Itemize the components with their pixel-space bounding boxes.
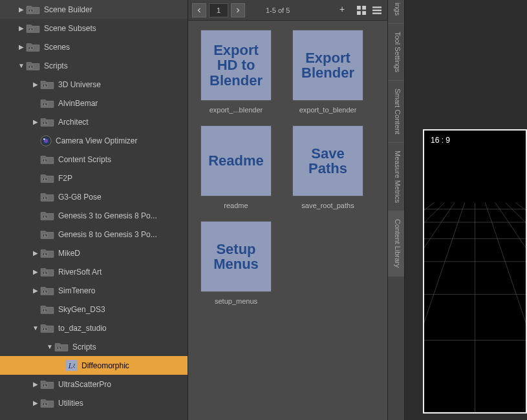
folder-icon: s [40,398,54,408]
thumbnail-label: readme [224,202,248,209]
folder-icon: s [26,5,40,15]
tree-item[interactable]: ▶sContent Scripts [0,150,188,169]
tree-item[interactable]: ▶sGenesis 3 to Genesis 8 Po... [0,206,188,225]
tree-item-label: SkyGen_DS3 [58,305,105,314]
thumbnail[interactable]: Setup Menussetup_menus [197,221,275,305]
side-tab[interactable]: Smart Content [388,81,404,143]
disclosure-arrow-icon[interactable]: ▶ [31,231,40,238]
next-page-button[interactable] [231,3,245,17]
tree-item-label: AlvinBemar [58,99,98,108]
tree-item-label: Diffeomorphic [81,361,129,370]
disclosure-arrow-icon[interactable]: ▶ [31,306,40,313]
folder-icon: s [26,23,40,34]
grid-view-icon[interactable] [355,4,368,17]
tree-item-label: Camera View Optimizer [56,136,137,145]
folder-icon: s [40,117,54,127]
thumbnail[interactable]: Readmereadme [197,125,275,209]
disclosure-arrow-icon[interactable]: ▶ [31,399,40,406]
tree-item-label: Utilities [58,399,83,408]
tree-item-label: Scene Subsets [44,24,96,33]
side-tab[interactable]: Content Library [388,211,404,276]
folder-tree[interactable]: ▶sScene Builder▶sScene Subsets▶sScenes▼s… [0,0,188,420]
prev-page-button[interactable] [192,3,206,17]
folder-icon: s [40,154,54,165]
svg-rect-49 [372,9,382,10]
disclosure-arrow-icon[interactable]: ▼ [17,62,26,69]
tree-item[interactable]: ▶sArchitect [0,112,188,131]
thumbnail-preview[interactable]: Save Paths [292,125,363,196]
tree-item[interactable]: ▶Camera View Optimizer [0,131,188,150]
folder-icon: s [40,267,54,277]
page-number-input[interactable] [209,3,228,17]
thumbnail-preview[interactable]: Readme [200,125,272,196]
tree-item-label: G3-G8 Pose [58,193,102,202]
viewport[interactable]: 16 : 9 [423,129,527,414]
side-tabs: ingsTool SettingsSmart ContentMeasure Me… [388,0,405,420]
tree-item[interactable]: ▶sG3-G8 Pose [0,187,188,206]
tree-item[interactable]: ▶sScene Subsets [0,19,188,37]
thumbnail-label: export_to_blender [299,106,357,114]
side-tab[interactable]: ings [388,0,404,24]
disclosure-arrow-icon[interactable]: ▶ [31,137,40,144]
thumbnail-preview[interactable]: Export HD to Blender [200,30,272,101]
disclosure-arrow-icon[interactable]: ▼ [31,324,40,331]
disclosure-arrow-icon[interactable]: ▶ [17,25,26,32]
tree-item[interactable]: ▶sSkyGen_DS3 [0,300,188,319]
disclosure-arrow-icon[interactable]: ▶ [31,381,40,388]
side-tab[interactable]: Measure Metrics [388,143,404,211]
tree-item[interactable]: ▶LξDiffeomorphic [0,356,188,375]
disclosure-arrow-icon[interactable]: ▶ [31,118,40,125]
tree-item[interactable]: ▼sScripts [0,337,188,356]
folder-icon: s [40,286,54,296]
disclosure-arrow-icon[interactable]: ▶ [17,43,26,50]
tree-item[interactable]: ▶sUltraScatterPro [0,375,188,394]
disclosure-arrow-icon[interactable]: ▶ [31,212,40,219]
svg-rect-50 [372,12,382,14]
folder-icon: s [40,323,54,333]
disclosure-arrow-icon[interactable]: ▶ [31,100,40,107]
tree-item[interactable]: ▶s3D Universe [0,75,188,94]
thumbnail-label: export_...blender [210,106,263,114]
content-toolbar: 1-5 of 5 + [188,0,387,21]
tree-item[interactable]: ▶sUtilities [0,394,188,412]
folder-icon: s [26,42,40,52]
disclosure-arrow-icon[interactable]: ▶ [31,268,40,275]
thumbnail[interactable]: Export HD to Blenderexport_...blender [197,30,275,114]
disclosure-arrow-icon[interactable]: ▶ [31,249,40,257]
tree-item[interactable]: ▼sto_daz_studio [0,319,188,337]
thumbnail-label: setup_menus [215,297,257,305]
svg-rect-47 [362,11,366,15]
folder-icon: s [40,211,54,221]
thumbnail-preview[interactable]: Export Blender [292,30,363,101]
tree-item[interactable]: ▶sGenesis 8 to Genesis 3 Po... [0,225,188,244]
svg-rect-48 [372,6,382,8]
svg-point-17 [43,138,45,140]
disclosure-arrow-icon[interactable]: ▶ [31,193,40,200]
thumbnail[interactable]: Save Pathssave_root_paths [289,125,367,209]
disclosure-arrow-icon[interactable]: ▶ [31,156,40,163]
folder-icon: s [40,79,54,90]
tree-item[interactable]: ▶sRiverSoft Art [0,262,188,281]
disclosure-arrow-icon[interactable]: ▶ [31,81,40,88]
folder-icon: s [40,304,54,315]
thumbnail[interactable]: Export Blenderexport_to_blender [289,30,367,114]
list-view-icon[interactable] [371,4,383,17]
tree-item[interactable]: ▶sMikeD [0,244,188,262]
disclosure-arrow-icon[interactable]: ▶ [57,362,66,369]
tree-item[interactable]: ▶sSimTenero [0,281,188,300]
thumbnail-preview[interactable]: Setup Menus [200,221,272,292]
folder-icon: s [26,61,40,71]
disclosure-arrow-icon[interactable]: ▼ [45,343,54,350]
disclosure-arrow-icon[interactable]: ▶ [17,6,26,13]
disclosure-arrow-icon[interactable]: ▶ [31,287,40,294]
disclosure-arrow-icon[interactable]: ▶ [31,174,40,182]
svg-rect-46 [357,11,361,15]
zoom-in-icon[interactable]: + [339,4,352,17]
folder-icon: s [40,98,54,109]
tree-item[interactable]: ▶sScene Builder [0,0,188,19]
tree-item[interactable]: ▶sF2P [0,169,188,187]
tree-item[interactable]: ▶sScenes [0,37,188,56]
side-tab[interactable]: Tool Settings [388,24,404,81]
tree-item[interactable]: ▶sAlvinBemar [0,94,188,112]
tree-item[interactable]: ▼sScripts [0,56,188,75]
